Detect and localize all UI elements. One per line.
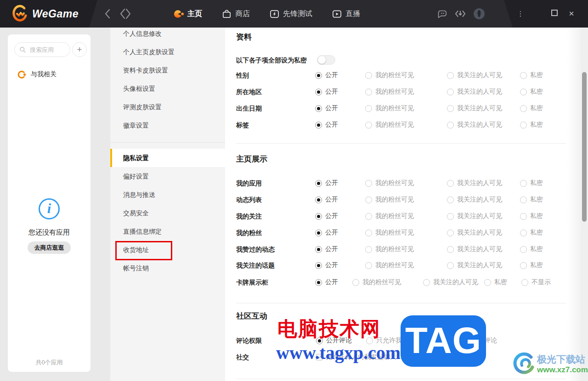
radio-following-comment[interactable]: 只允许我关注的人评论 [366, 335, 441, 347]
radio-off-icon [447, 213, 454, 220]
nav-live[interactable]: 直播 [332, 9, 360, 19]
radio-self-comment[interactable]: 只能自己评论 [448, 335, 497, 347]
radio-off-icon [365, 180, 372, 187]
radio-following[interactable]: 我关注的人可见 [447, 119, 502, 131]
radio-private[interactable]: 私密 [520, 177, 543, 189]
radio-on-icon [315, 105, 322, 112]
add-app-button[interactable]: + [72, 42, 87, 57]
go-to-store-button[interactable]: 去商店逛逛 [28, 241, 71, 254]
radio-private[interactable]: 私密 [520, 194, 543, 206]
history-diamond-button[interactable] [119, 0, 132, 28]
radio-label: 我关注的人可见 [457, 71, 502, 79]
radio-private[interactable]: 私密 [520, 119, 543, 131]
radio-hidden[interactable]: 不显示 [521, 276, 551, 288]
back-chevron-icon [103, 8, 113, 20]
radio-fans[interactable]: 我的粉丝可见 [352, 276, 401, 288]
radio-fans[interactable]: 我的粉丝可见 [365, 259, 414, 271]
toggle-knob [318, 56, 326, 64]
radio-off-icon [520, 230, 527, 236]
radio-private[interactable]: 私密 [520, 102, 543, 114]
radio-private[interactable]: 私密 [520, 259, 543, 271]
radio-following[interactable]: 我关注的人可见 [447, 210, 502, 222]
radio-off-icon [520, 180, 527, 187]
search-input[interactable] [29, 46, 67, 54]
menu-item-avatar-frame[interactable]: 头像框设置 [110, 79, 225, 98]
radio-public[interactable]: 公开 [315, 227, 338, 239]
assistant-bubble-icon[interactable] [435, 8, 447, 20]
radio-following[interactable]: 我关注的人可见 [447, 69, 502, 81]
radio-fans[interactable]: 我的粉丝可见 [365, 227, 414, 239]
radio-private[interactable]: 私密 [520, 86, 543, 98]
maximize-icon[interactable] [550, 0, 559, 28]
user-avatar[interactable] [473, 8, 485, 20]
radio-private[interactable]: 私密 [520, 69, 543, 81]
menu-item-notifications[interactable]: 消息与推送 [110, 185, 225, 204]
radio-following[interactable]: 我关注的人可见 [447, 177, 502, 189]
more-menu-icon[interactable]: ⋮ [516, 0, 525, 28]
radio-following[interactable]: 我关注的人可见 [447, 86, 502, 98]
row-label: 我关注的话题 [236, 259, 275, 271]
menu-item-preference[interactable]: 偏好设置 [110, 167, 225, 185]
row-label: 我赞过的动态 [236, 243, 275, 255]
radio-off-icon [520, 246, 527, 253]
nav-store[interactable]: 商店 [221, 9, 250, 19]
radio-public[interactable]: 公开 [315, 102, 338, 114]
radio-public[interactable]: 公开 [315, 194, 338, 206]
menu-item-account-cancel[interactable]: 帐号注销 [110, 259, 225, 277]
my-related-label: 与我相关 [31, 70, 57, 78]
menu-item-privacy[interactable]: 隐私设置 [110, 149, 225, 167]
scrollbar-thumb[interactable] [582, 72, 587, 222]
radio-following[interactable]: 我关注的人可见 [447, 243, 502, 255]
radio-off-icon [447, 72, 454, 79]
wegame-logo-icon [12, 5, 28, 23]
radio-private[interactable]: 私密 [520, 243, 543, 255]
download-manager-icon[interactable] [454, 8, 466, 20]
radio-public-comment[interactable]: 公开评论 [316, 335, 352, 347]
radio-fans[interactable]: 我的粉丝可见 [365, 194, 414, 206]
menu-item-live-binding[interactable]: 直播信息绑定 [110, 222, 225, 241]
radio-off-icon [447, 230, 454, 236]
all-private-toggle[interactable] [317, 55, 335, 65]
radio-label: 我的粉丝可见 [375, 121, 414, 129]
row-feed-list: 动态列表 公开 我的粉丝可见 我关注的人可见 私密 [225, 194, 574, 206]
radio-public[interactable]: 公开 [315, 69, 338, 81]
radio-label: 我关注的人可见 [457, 229, 502, 237]
radio-private[interactable]: 私密 [520, 210, 543, 222]
menu-item-homepage-skin[interactable]: 个人主页皮肤设置 [110, 43, 225, 61]
radio-fans[interactable]: 我的粉丝可见 [365, 210, 414, 222]
radio-label: 私密 [530, 179, 543, 187]
sidebar-item-my-related[interactable]: 与我相关 [8, 67, 90, 82]
menu-item-review-skin[interactable]: 评测皮肤设置 [110, 98, 225, 116]
back-button[interactable] [103, 0, 113, 28]
radio-public[interactable]: 公开 [315, 259, 338, 271]
radio-fans[interactable]: 我的粉丝可见 [365, 86, 414, 98]
radio-following[interactable]: 我关注的人可见 [447, 102, 502, 114]
radio-public[interactable]: 公开 [315, 177, 338, 189]
radio-label: 私密 [530, 196, 543, 204]
radio-fans[interactable]: 我的粉丝可见 [365, 177, 414, 189]
radio-public[interactable]: 公开 [315, 210, 338, 222]
radio-public[interactable]: 公开 [315, 243, 338, 255]
app-search-box[interactable] [14, 42, 70, 57]
close-icon[interactable]: ✕ [567, 0, 576, 28]
radio-private[interactable]: 私密 [484, 276, 507, 288]
radio-following[interactable]: 我关注的人可见 [447, 194, 502, 206]
nav-beta-test[interactable]: 先锋测试 [269, 9, 312, 19]
radio-following[interactable]: 我关注的人可见 [447, 227, 502, 239]
radio-public[interactable]: 公开 [315, 119, 338, 131]
radio-public[interactable]: 公开 [315, 86, 338, 98]
radio-fans[interactable]: 我的粉丝可见 [365, 102, 414, 114]
menu-item-trade-safety[interactable]: 交易安全 [110, 204, 225, 222]
radio-following[interactable]: 我关注的人可见 [447, 259, 502, 271]
social-checkbox-option[interactable]: ✓允许任何人向我发起聊天 [316, 351, 396, 363]
nav-home[interactable]: 主页 [174, 9, 202, 19]
radio-fans[interactable]: 我的粉丝可见 [365, 243, 414, 255]
menu-item-card-skin[interactable]: 资料卡皮肤设置 [110, 61, 225, 79]
radio-private[interactable]: 私密 [520, 227, 543, 239]
radio-fans[interactable]: 我的粉丝可见 [365, 119, 414, 131]
radio-following[interactable]: 我关注的人可见 [423, 276, 478, 288]
radio-public[interactable]: 公开 [315, 276, 338, 288]
section-divider [236, 303, 566, 303]
radio-fans[interactable]: 我的粉丝可见 [365, 69, 414, 81]
menu-item-badge[interactable]: 徽章设置 [110, 116, 225, 134]
